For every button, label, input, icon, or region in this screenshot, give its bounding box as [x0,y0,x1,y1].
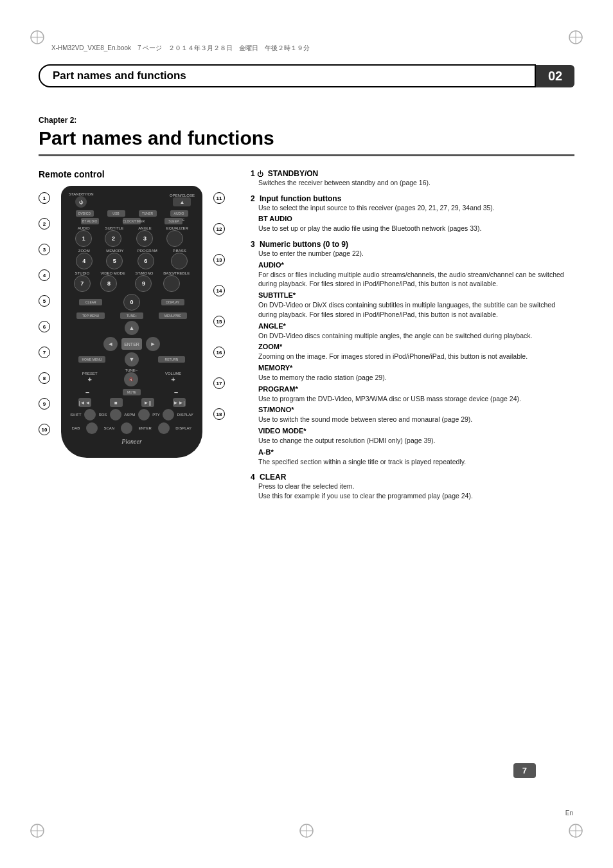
clock-timer-btn[interactable]: CLOCK/TIMER [123,218,141,224]
callout-10: 10 [39,424,50,435]
callout-left-group: 1 2 3 4 5 6 7 8 9 10 [39,192,50,438]
volume-plus[interactable]: + [165,375,181,383]
topmenu-row: TOP MENU TUNE+ MENU/PBC [69,312,195,319]
bastreble-label: BASS/TREBLE [163,271,190,275]
studio-label: STUDIO [74,271,91,275]
nav-middle-row: ◄ ENTER ► [69,337,195,351]
callout-right-group: 11 12 13 14 15 16 17 18 [213,192,225,422]
rds-label: RDS [99,413,107,417]
stop-btn[interactable]: ■ [110,398,123,407]
stmono-num-btn[interactable]: 9 [135,275,152,292]
memory-num-btn[interactable]: 5 [106,253,123,269]
tune-label: TUNE– [124,368,138,372]
scan-label: SCAN [104,426,115,430]
equalizer-num-btn[interactable] [166,230,183,247]
remote-heading: Remote control [39,169,231,179]
audioline-btn[interactable]: AUDIO IN/LINE [170,210,188,217]
left-arrow-btn[interactable]: ◄ [103,337,118,351]
func-3-stmono-desc: Use to switch the sound mode between ste… [258,415,574,424]
next-btn[interactable]: ►►| [173,398,186,407]
homemenu-btn[interactable]: HOME MENU [78,356,105,363]
program-num-btn[interactable]: 6 [138,253,154,269]
playpause-btn[interactable]: ►|| [141,398,154,407]
standby-btn[interactable]: ⏻ [75,196,87,208]
callout-2: 2 [39,218,50,230]
mute-label-btn[interactable]: MUTE [123,389,141,395]
func-3-videomode-desc: Use to change the output resolution (HDM… [258,436,574,446]
callout-5: 5 [39,295,50,307]
bastreble-num-btn[interactable] [163,275,180,292]
right-arrow-btn[interactable]: ► [146,337,160,351]
preset-minus[interactable]: – [85,388,89,396]
func-3-stmono-title: ST/MONO* [258,406,574,413]
remote-area: 1 2 3 4 5 6 7 8 9 10 [39,186,225,458]
angle-num-btn[interactable]: 3 [136,230,153,247]
menupbc-btn[interactable]: MENU/PBC [159,312,187,319]
audio-num-btn[interactable]: 1 [75,230,92,247]
usb-btn[interactable]: USB [107,210,125,217]
callout-3: 3 [39,244,50,255]
videomode-num-btn[interactable]: 8 [100,275,117,292]
memory-label: MEMORY [106,249,123,253]
shift-btn[interactable] [84,409,96,420]
shift-row: SHIFT RDS ASPM PTY DISPLAY [69,409,195,420]
pty-btn[interactable] [138,409,150,420]
callout-9: 9 [39,398,50,410]
dab-btn[interactable] [86,422,98,434]
scan-btn[interactable] [121,422,132,434]
mute-btn[interactable]: 🔇 [124,372,138,386]
func-3-subtitle-desc: On DVD-Video or DivX discs containing su… [258,300,574,319]
openclose-btn[interactable]: ▲ [173,197,191,206]
tuner-btn[interactable]: TUNER [139,210,157,217]
preset-plus[interactable]: + [82,375,98,383]
page-lang: En [565,809,573,817]
program-label: PROGRAM [138,249,157,253]
corner-tl [28,28,46,46]
callout-4: 4 [39,269,50,281]
audio-group: AUDIO 1 [75,226,92,247]
enter-btn[interactable]: ENTER [121,338,142,350]
return-btn[interactable]: RETURN [158,356,185,363]
remote-body: STANDBY/ON ⏻ OPEN/CLOSE ▲ [58,186,206,458]
pbass-num-btn[interactable] [171,253,188,269]
func-3-title: Numeric buttons (0 to 9) [260,240,348,249]
prev-btn[interactable]: |◄◄ [78,398,91,407]
func-1-title: STANDBY/ON [268,169,318,178]
func-3-audio-title: AUDIO* [258,261,574,269]
topmenu-btn[interactable]: TOP MENU [76,312,105,319]
tuneplus-btn[interactable]: TUNE+ [120,312,143,319]
aspm-btn[interactable] [110,409,121,420]
bt-audio-btn[interactable]: BT AUDIO [81,218,99,224]
func-4-desc: Press to clear the selected item.Use thi… [258,482,574,500]
up-arrow-btn[interactable]: ▲ [125,321,139,335]
func-3-program-title: PROGRAM* [258,385,574,393]
display2-btn[interactable] [163,409,174,420]
zero-btn[interactable]: 0 [123,294,140,311]
func-4-title: CLEAR [260,473,286,482]
left-column: Remote control 1 2 3 4 5 6 7 8 9 10 [39,169,231,507]
enter2-label: ENTER [139,426,152,430]
zoom-memory-row: ZOOM 4 MEMORY 5 PROGRAM 6 [69,249,195,269]
func-2-title: Input function buttons [260,194,341,203]
display-btn[interactable]: DISPLAY [161,299,184,305]
func-3-memory-desc: Use to memory the radio station (page 29… [258,373,574,383]
equalizer-group: EQUALIZER [166,226,188,247]
subtitle-group: SUBTITLE 2 [105,226,123,247]
header-bar: Part names and functions 02 [39,64,574,87]
func-2-num: 2 [251,194,255,203]
sleep-btn[interactable]: SLEEP [164,218,182,224]
enter2-btn[interactable] [158,422,170,434]
chapter-label: Chapter 2: [39,116,574,125]
zoom-num-btn[interactable]: 4 [76,253,93,269]
down-arrow-btn[interactable]: ▼ [125,352,139,366]
subtitle-num-btn[interactable]: 2 [105,230,121,247]
studio-num-btn[interactable]: 7 [74,275,91,292]
clear-btn[interactable]: CLEAR [79,299,102,305]
dab-row: DAB SCAN ENTER DISPLAY [69,422,195,434]
meta-line: X-HM32VD_VXE8_En.book 7 ページ ２０１４年３月２８日 金… [51,44,310,53]
display3-label: DISPLAY [175,426,191,430]
videomode-group: VIDEO MODE 8 [100,271,125,292]
volume-minus[interactable]: – [174,388,178,396]
dvdcd-btn[interactable]: DVD/CD [76,210,94,217]
audio-label: AUDIO [75,226,92,230]
